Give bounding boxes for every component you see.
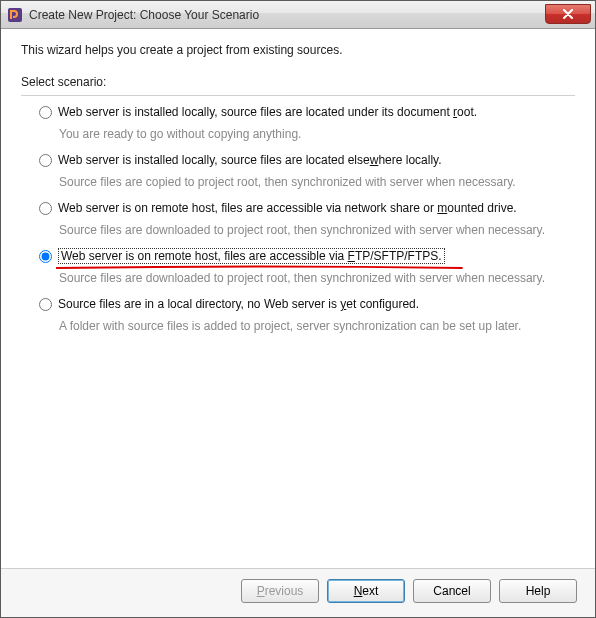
scenario-radio[interactable] [39, 202, 52, 215]
app-icon [7, 7, 23, 23]
scenario-option: Source files are in a local directory, n… [39, 296, 575, 334]
button-bar: Previous Next Cancel Help [1, 568, 595, 617]
scenario-label: Web server is installed locally, source … [58, 104, 477, 120]
scenario-row[interactable]: Web server is on remote host, files are … [39, 248, 575, 264]
scenario-list: Web server is installed locally, source … [21, 104, 575, 334]
scenario-description: Source files are copied to project root,… [59, 174, 575, 190]
scenario-description: Source files are downloaded to project r… [59, 270, 575, 286]
scenario-label: Web server is on remote host, files are … [58, 200, 517, 216]
select-scenario-label: Select scenario: [21, 75, 575, 89]
dialog-window: Create New Project: Choose Your Scenario… [0, 0, 596, 618]
scenario-row[interactable]: Web server is on remote host, files are … [39, 200, 575, 216]
scenario-option: Web server is installed locally, source … [39, 152, 575, 190]
scenario-option: Web server is on remote host, files are … [39, 248, 575, 286]
dialog-content: This wizard helps you create a project f… [1, 29, 595, 568]
scenario-description: You are ready to go without copying anyt… [59, 126, 575, 142]
help-button[interactable]: Help [499, 579, 577, 603]
scenario-radio[interactable] [39, 250, 52, 263]
previous-button[interactable]: Previous [241, 579, 319, 603]
window-title: Create New Project: Choose Your Scenario [29, 8, 545, 22]
scenario-row[interactable]: Source files are in a local directory, n… [39, 296, 575, 312]
scenario-radio[interactable] [39, 154, 52, 167]
scenario-description: A folder with source files is added to p… [59, 318, 575, 334]
scenario-label: Source files are in a local directory, n… [58, 296, 419, 312]
titlebar: Create New Project: Choose Your Scenario [1, 1, 595, 29]
scenario-radio[interactable] [39, 106, 52, 119]
scenario-option: Web server is on remote host, files are … [39, 200, 575, 238]
scenario-description: Source files are downloaded to project r… [59, 222, 575, 238]
scenario-row[interactable]: Web server is installed locally, source … [39, 152, 575, 168]
cancel-button[interactable]: Cancel [413, 579, 491, 603]
separator [21, 95, 575, 96]
scenario-option: Web server is installed locally, source … [39, 104, 575, 142]
scenario-label: Web server is on remote host, files are … [58, 248, 445, 264]
scenario-label: Web server is installed locally, source … [58, 152, 442, 168]
next-button[interactable]: Next [327, 579, 405, 603]
intro-text: This wizard helps you create a project f… [21, 43, 575, 57]
scenario-radio[interactable] [39, 298, 52, 311]
close-button[interactable] [545, 4, 591, 24]
scenario-row[interactable]: Web server is installed locally, source … [39, 104, 575, 120]
annotation-underline [56, 265, 463, 268]
